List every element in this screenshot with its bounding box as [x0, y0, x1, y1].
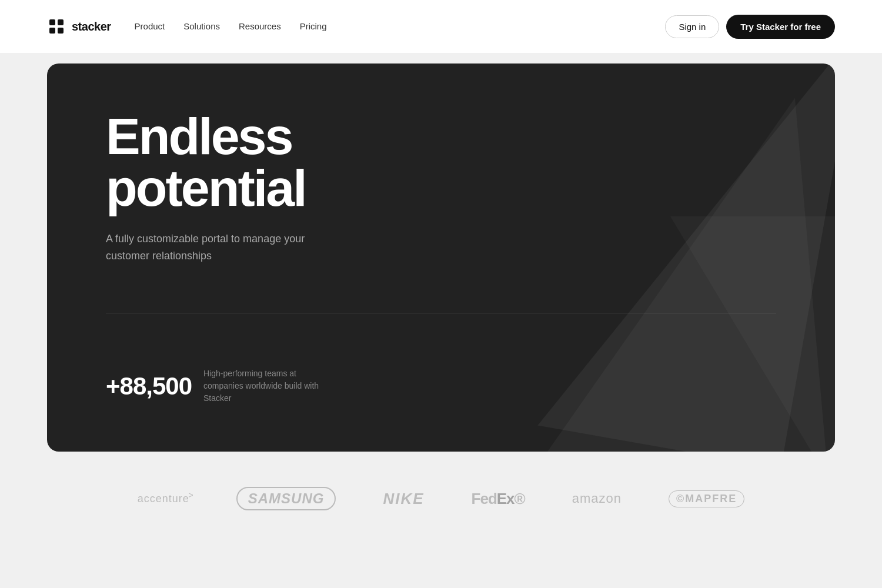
nav-link-solutions[interactable]: Solutions: [183, 21, 220, 31]
hero-title: Endless potential: [106, 111, 412, 214]
logo-mapfre: ©MAPFRE: [669, 490, 744, 507]
hero-section: Endless potential A fully customizable p…: [47, 64, 835, 452]
nav-link-product[interactable]: Product: [135, 21, 165, 31]
nav-item-resources[interactable]: Resources: [239, 21, 281, 32]
nav-link-resources[interactable]: Resources: [239, 21, 281, 31]
nav-item-solutions[interactable]: Solutions: [183, 21, 220, 32]
nav-link-pricing[interactable]: Pricing: [300, 21, 327, 31]
navbar-left: stacker Product Solutions Resources Pric…: [47, 17, 327, 36]
logo-amazon: amazon: [572, 491, 622, 506]
hero-content: Endless potential A fully customizable p…: [106, 111, 412, 265]
hero-subtitle: A fully customizable portal to manage yo…: [106, 230, 329, 265]
stats-number: +88,500: [106, 372, 192, 400]
svg-rect-0: [49, 19, 55, 25]
svg-rect-2: [49, 28, 55, 34]
navbar: stacker Product Solutions Resources Pric…: [0, 0, 882, 53]
svg-rect-1: [58, 19, 64, 25]
logo-icon: [47, 17, 66, 36]
logo[interactable]: stacker: [47, 17, 111, 36]
geo-shape-3: [670, 216, 835, 452]
svg-rect-3: [58, 28, 64, 34]
hero-title-line1: Endless: [106, 107, 292, 165]
logo-accenture: accenture: [138, 493, 189, 505]
stats-description: High-performing teams at companies world…: [203, 368, 321, 405]
signin-button[interactable]: Sign in: [665, 15, 719, 38]
hero-divider: [106, 313, 776, 313]
logos-section: accenture SAMSUNG NIKE FedEx® amazon ©MA…: [0, 452, 882, 546]
try-button[interactable]: Try Stacker for free: [726, 15, 835, 39]
navbar-right: Sign in Try Stacker for free: [665, 15, 835, 39]
nav-links: Product Solutions Resources Pricing: [135, 21, 327, 32]
hero-wrapper: Endless potential A fully customizable p…: [0, 53, 882, 452]
hero-stats: +88,500 High-performing teams at compani…: [106, 362, 776, 405]
nav-item-product[interactable]: Product: [135, 21, 165, 32]
logo-samsung: SAMSUNG: [236, 487, 336, 510]
logo-nike: NIKE: [383, 490, 424, 508]
logo-fedex: FedEx®: [472, 490, 525, 508]
logo-text: stacker: [72, 20, 111, 34]
hero-title-line2: potential: [106, 159, 306, 217]
nav-item-pricing[interactable]: Pricing: [300, 21, 327, 32]
